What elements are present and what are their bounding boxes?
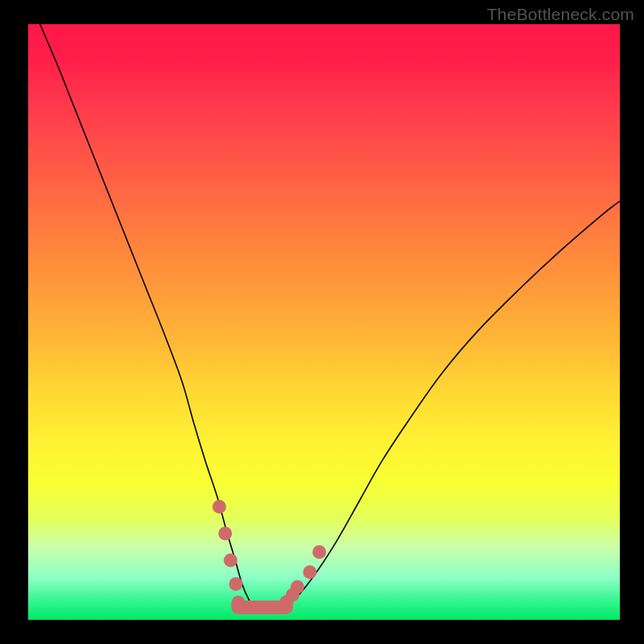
chart-frame: TheBottleneck.com <box>0 0 644 644</box>
bottleneck-curve <box>40 24 620 608</box>
marker-dot <box>312 545 326 559</box>
marker-bottom-stroke <box>238 602 287 607</box>
marker-dot <box>213 500 226 514</box>
marker-dot <box>303 565 316 579</box>
marker-dot <box>291 580 304 594</box>
marker-dot <box>224 554 237 568</box>
plot-area <box>28 24 620 620</box>
marker-dot <box>218 526 232 540</box>
marker-group <box>213 500 326 609</box>
curve-svg <box>28 24 620 620</box>
watermark-label: TheBottleneck.com <box>487 5 634 24</box>
marker-dot <box>229 577 242 591</box>
